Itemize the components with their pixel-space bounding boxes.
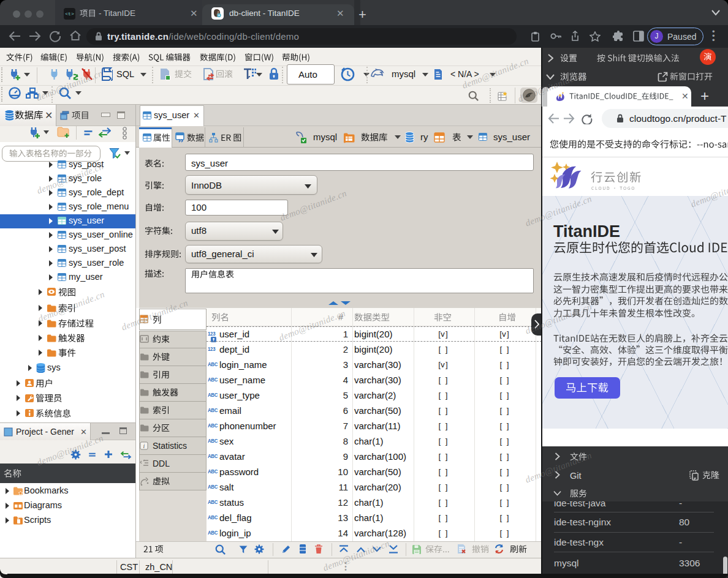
- svg-text:i: i: [143, 443, 145, 449]
